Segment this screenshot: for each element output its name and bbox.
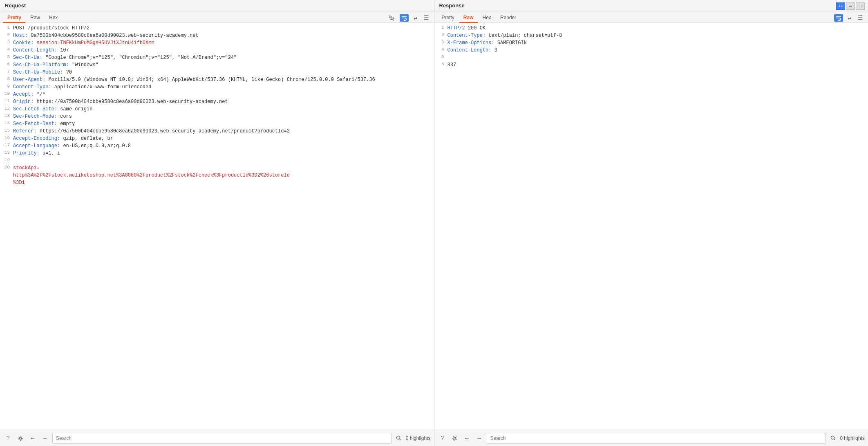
eye-off-icon[interactable] [387, 14, 396, 22]
response-tab-hex[interactable]: Hex [479, 13, 495, 23]
svg-point-4 [454, 437, 456, 439]
response-bottom-panel: ? ← → 0 highlights [434, 430, 868, 446]
table-row: 9 Content-Type: application/x-www-form-u… [0, 83, 434, 91]
request-panel-header: Request [0, 0, 434, 11]
table-row: 6 337 [434, 61, 868, 69]
table-row: 11 Origin: https://0a7500b404cbbe9580c8e… [0, 98, 434, 105]
response-menu-icon[interactable]: ☰ [856, 13, 865, 22]
response-search-icon[interactable] [828, 434, 837, 443]
svg-point-5 [831, 436, 834, 439]
request-tabs: Pretty Raw Hex ↵ ☰ [0, 11, 434, 23]
table-row: 18 Priority: u=1, i [0, 150, 434, 157]
window-ctrl-split[interactable]: ▪▪ [836, 2, 845, 10]
request-tab-icons: ↵ ☰ [387, 13, 430, 22]
request-search-icon[interactable] [394, 434, 403, 443]
request-menu-icon[interactable]: ☰ [422, 13, 431, 22]
table-row: 5 [434, 54, 868, 61]
table-row: 2 Host: 0a7500b404cbbe9580c8ea6a00d90023… [0, 32, 434, 39]
request-panel: Request Pretty Raw Hex [0, 0, 434, 446]
response-back-btn[interactable]: ← [462, 433, 472, 443]
svg-point-1 [20, 437, 22, 439]
table-row: 6 Sec-Ch-Ua-Platform: "Windows" [0, 61, 434, 69]
table-row: 5 Sec-Ch-Ua: "Google Chrome";v="125", "C… [0, 54, 434, 61]
request-back-btn[interactable]: ← [28, 433, 38, 443]
table-row: 4 Content-Length: 107 [0, 47, 434, 54]
table-row: 3 X-Frame-Options: SAMEORIGIN [434, 39, 868, 47]
table-row: 20 stockApi=http%3A%2F%2Fstock.weliketos… [0, 164, 434, 186]
response-help-btn[interactable]: ? [438, 433, 447, 443]
request-help-btn[interactable]: ? [3, 433, 13, 443]
svg-line-3 [400, 439, 401, 441]
response-indent-icon[interactable]: ↵ [846, 13, 853, 22]
response-highlights-label: 0 highlights [840, 435, 865, 441]
table-row: 4 Content-Length: 3 [434, 47, 868, 54]
table-row: 16 Accept-Encoding: gzip, deflate, br [0, 135, 434, 142]
table-row: 17 Accept-Language: en-US,en;q=0.9,ar;q=… [0, 142, 434, 150]
response-wrap-icon[interactable] [834, 14, 843, 22]
response-tab-icons: ↵ ☰ [834, 13, 865, 22]
table-row: 7 Sec-Ch-Ua-Mobile: ?0 [0, 69, 434, 76]
svg-point-2 [397, 436, 400, 439]
response-panel: Response Pretty Raw Hex Render ↵ ☰ 1 [434, 0, 868, 446]
main-container: Request Pretty Raw Hex [0, 0, 868, 446]
request-content: 1 POST /product/stock HTTP/2 2 Host: 0a7… [0, 23, 434, 430]
window-ctrl-max[interactable]: □ [856, 2, 865, 10]
response-bottom-bar: ? ← → 0 highlights [434, 430, 868, 446]
response-search-input[interactable] [487, 433, 826, 444]
request-tab-pretty[interactable]: Pretty [3, 13, 25, 23]
table-row: 19 [0, 157, 434, 164]
table-row: 14 Sec-Fetch-Dest: empty [0, 120, 434, 128]
table-row: 2 Content-Type: text/plain; charset=utf-… [434, 32, 868, 39]
table-row: 3 Cookie: session=TNFKkUmPuMGgsH5UVJiXJt… [0, 39, 434, 47]
indent-icon[interactable]: ↵ [412, 13, 418, 22]
response-panel-header: Response [434, 0, 868, 11]
table-row: 8 User-Agent: Mozilla/5.0 (Windows NT 10… [0, 76, 434, 83]
request-tab-raw[interactable]: Raw [26, 13, 44, 23]
response-forward-btn[interactable]: → [474, 433, 484, 443]
request-settings-btn[interactable] [16, 433, 25, 443]
request-forward-btn[interactable]: → [40, 433, 50, 443]
table-row: 12 Sec-Fetch-Site: same-origin [0, 105, 434, 113]
response-title: Response [439, 2, 465, 9]
response-tab-render[interactable]: Render [496, 13, 520, 23]
response-tab-raw[interactable]: Raw [459, 13, 478, 23]
window-ctrl-min[interactable]: — [846, 2, 855, 10]
request-bottom-bar: ? ← → 0 highlights [0, 430, 434, 446]
window-controls: ▪▪ — □ [836, 2, 865, 10]
request-bottom-panel: ? ← → 0 highlights [0, 430, 434, 446]
svg-line-6 [834, 439, 835, 441]
request-title: Request [5, 2, 26, 9]
response-tab-pretty[interactable]: Pretty [438, 13, 459, 23]
response-tabs: Pretty Raw Hex Render ↵ ☰ [434, 11, 868, 23]
response-content: 1 HTTP/2 200 OK 2 Content-Type: text/pla… [434, 23, 868, 430]
request-search-input[interactable] [52, 433, 392, 444]
table-row: 13 Sec-Fetch-Mode: cors [0, 113, 434, 120]
table-row: 15 Referer: https://0a7500b404cbbe9580c8… [0, 128, 434, 135]
table-row: 10 Accept: */* [0, 91, 434, 98]
request-tab-hex[interactable]: Hex [45, 13, 62, 23]
table-row: 1 POST /product/stock HTTP/2 [0, 25, 434, 32]
request-highlights-label: 0 highlights [406, 435, 431, 441]
response-settings-btn[interactable] [450, 433, 460, 443]
wrap-icon[interactable] [400, 14, 409, 22]
table-row: 1 HTTP/2 200 OK [434, 25, 868, 32]
